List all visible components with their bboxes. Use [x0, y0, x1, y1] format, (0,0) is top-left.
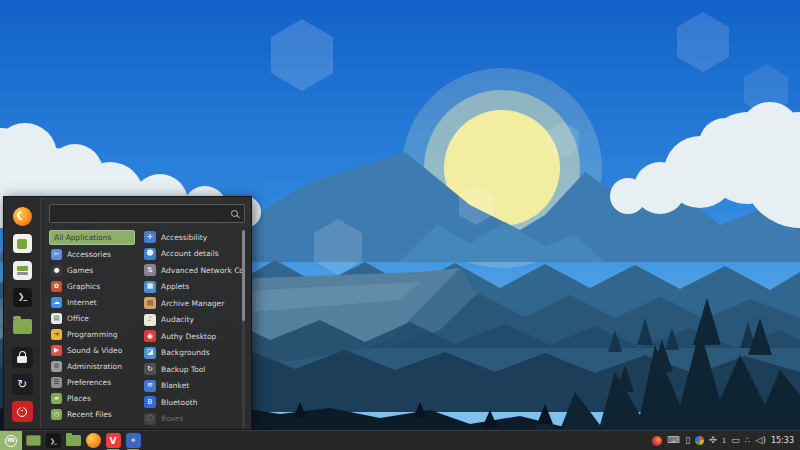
app-item-applets[interactable]: ▦Applets [144, 279, 245, 296]
terminal-icon [13, 288, 32, 307]
app-item-audacity[interactable]: ♪Audacity [144, 312, 245, 329]
clock[interactable]: 15:33 [771, 436, 794, 445]
app-label: Backup Tool [161, 365, 205, 374]
app-item-boxes[interactable]: ▢Boxes [144, 411, 245, 428]
category-label: Recent Files [67, 410, 112, 419]
files-launcher[interactable] [64, 431, 82, 450]
preferences-icon: ☰ [51, 377, 62, 388]
volume-icon[interactable]: ◁) [756, 436, 766, 445]
clipboard-icon[interactable]: ▯ [685, 436, 690, 445]
mint-logo-icon [5, 435, 17, 447]
update-manager-icon [13, 261, 32, 280]
programming-icon: ➔ [51, 329, 62, 340]
administration-icon: ⚙ [51, 361, 62, 372]
window-list-area [142, 431, 652, 450]
graphics-icon: ✿ [51, 281, 62, 292]
app-list: ✛Accessibility☻Account details⇅Advanced … [144, 229, 245, 429]
vivaldi-icon: V [106, 433, 121, 448]
files-icon [66, 435, 81, 446]
category-item-accessories[interactable]: ✂Accessories [49, 246, 139, 262]
indicator-circle-icon[interactable] [652, 436, 662, 446]
app-item-backup-tool[interactable]: ↻Backup Tool [144, 361, 245, 378]
app-label: Authy Desktop [161, 332, 216, 341]
menu-main: All Applications✂Accessories●Games✿Graph… [41, 197, 251, 429]
update-manager-button[interactable] [11, 260, 33, 281]
show-desktop-launcher[interactable] [24, 431, 42, 450]
shutdown-button[interactable] [11, 401, 33, 422]
app-item-backgrounds[interactable]: ◪Backgrounds [144, 345, 245, 362]
bluetooth-icon: B [144, 396, 156, 408]
software-manager-button[interactable] [11, 233, 33, 254]
network-icon[interactable]: ∴ [745, 436, 751, 445]
menu-columns: All Applications✂Accessories●Games✿Graph… [49, 229, 245, 429]
app-item-bluetooth[interactable]: BBluetooth [144, 394, 245, 411]
category-item-games[interactable]: ●Games [49, 262, 139, 278]
category-item-sound-video[interactable]: ▶Sound & Video [49, 342, 139, 358]
category-item-preferences[interactable]: ☰Preferences [49, 374, 139, 390]
category-label: Administration [67, 362, 122, 371]
category-item-recent-files[interactable]: ◷Recent Files [49, 406, 139, 422]
category-item-all-applications[interactable]: All Applications [49, 230, 135, 245]
menu-button[interactable] [0, 431, 22, 450]
logout-icon [12, 374, 33, 395]
backup-tool-icon: ↻ [144, 363, 156, 375]
mint-menu: All Applications✂Accessories●Games✿Graph… [3, 196, 252, 430]
firefox-launcher[interactable] [84, 431, 102, 450]
category-label: Preferences [67, 378, 111, 387]
category-item-administration[interactable]: ⚙Administration [49, 358, 139, 374]
terminal-button[interactable] [11, 287, 33, 308]
account-details-icon: ☻ [144, 248, 156, 260]
logout-button[interactable] [11, 374, 33, 395]
firefox-button[interactable] [11, 206, 33, 227]
colorwheel-icon[interactable] [695, 436, 704, 445]
app-item-archive-manager[interactable]: ▤Archive Manager [144, 295, 245, 312]
blue-app-launcher[interactable]: ✦ [124, 431, 142, 450]
lock-icon [12, 347, 33, 368]
display-icon[interactable]: ▭ [731, 436, 740, 445]
apps-scrollbar-thumb[interactable] [242, 230, 245, 321]
app-label: Backgrounds [161, 348, 210, 357]
search-input[interactable] [55, 208, 231, 219]
category-item-internet[interactable]: ☁Internet [49, 294, 139, 310]
category-label: Internet [67, 298, 97, 307]
paw-icon[interactable]: ✣ [709, 436, 717, 445]
category-item-programming[interactable]: ➔Programming [49, 326, 139, 342]
app-label: Blanket [161, 381, 189, 390]
backgrounds-icon: ◪ [144, 347, 156, 359]
power-icon [12, 401, 33, 422]
category-label: Office [67, 314, 89, 323]
app-label: Bluetooth [161, 398, 197, 407]
app-item-advanced-network-configuration[interactable]: ⇅Advanced Network Configuration [144, 262, 245, 279]
office-icon: ▤ [51, 313, 62, 324]
apps-scrollbar[interactable] [242, 230, 245, 428]
app-item-blanket[interactable]: ≋Blanket [144, 378, 245, 395]
archive-manager-icon: ▤ [144, 297, 156, 309]
lock-screen-button[interactable] [11, 347, 33, 368]
category-item-places[interactable]: ▰Places [49, 390, 139, 406]
workspace-number: 1 [722, 437, 726, 445]
app-item-account-details[interactable]: ☻Account details [144, 246, 245, 263]
category-label: Sound & Video [67, 346, 122, 355]
category-label: Graphics [67, 282, 100, 291]
app-item-accessibility[interactable]: ✛Accessibility [144, 229, 245, 246]
taskbar: V✦ ⌨▯✣1▭∴◁) 15:33 [0, 430, 800, 450]
category-item-office[interactable]: ▤Office [49, 310, 139, 326]
category-item-graphics[interactable]: ✿Graphics [49, 278, 139, 294]
firefox-icon [86, 433, 101, 448]
app-label: Advanced Network Configuration [161, 266, 245, 275]
files-button[interactable] [11, 314, 33, 335]
category-label: Accessories [67, 250, 111, 259]
category-label: Programming [67, 330, 118, 339]
app-label: Applets [161, 282, 189, 291]
terminal-icon [46, 433, 61, 448]
blue-app-icon: ✦ [126, 433, 141, 448]
search-icon [231, 210, 238, 217]
keyboard-icon[interactable]: ⌨ [667, 436, 680, 445]
system-tray: ⌨▯✣1▭∴◁) [652, 436, 766, 446]
app-item-authy-desktop[interactable]: ◉Authy Desktop [144, 328, 245, 345]
search-bar[interactable] [49, 204, 245, 223]
files-icon [13, 319, 32, 334]
vivaldi-launcher[interactable]: V [104, 431, 122, 450]
terminal-launcher[interactable] [44, 431, 62, 450]
app-label: Accessibility [161, 233, 207, 242]
